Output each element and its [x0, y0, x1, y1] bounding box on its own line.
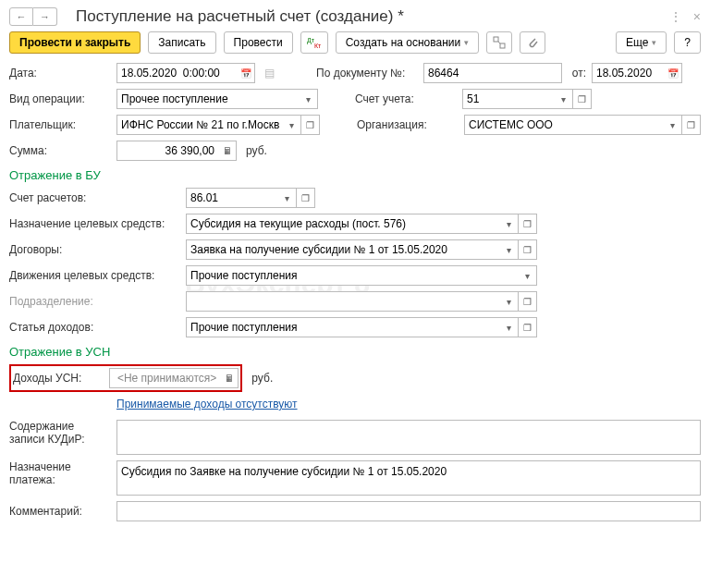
dt-kt-icon: Дт Кт [307, 36, 322, 49]
subdiv-label: Подразделение: [9, 295, 180, 308]
chevron-down-icon[interactable]: ▾ [500, 239, 519, 260]
attach-button[interactable] [520, 31, 545, 54]
movements-input[interactable] [186, 265, 519, 286]
create-based-button[interactable]: Создать на основании ▾ [336, 31, 480, 54]
calendar-icon[interactable]: 📅 [664, 63, 682, 83]
calendar-icon[interactable]: 📅 [237, 63, 255, 83]
open-icon[interactable]: ❐ [682, 115, 701, 135]
open-icon[interactable]: ❐ [301, 115, 320, 135]
kudir-label: Содержание записи КУДиР: [9, 420, 111, 446]
subdiv-input[interactable] [186, 291, 500, 312]
open-icon[interactable]: ❐ [519, 291, 537, 312]
payer-label: Плательщик: [9, 118, 111, 131]
account-label: Счет учета: [355, 92, 457, 105]
settle-label: Счет расчетов: [9, 191, 180, 204]
related-button[interactable] [486, 31, 512, 54]
date-label: Дата: [9, 67, 111, 80]
comment-input[interactable] [116, 501, 701, 521]
page-title: Поступление на расчетный счет (создание)… [76, 7, 669, 26]
chevron-down-icon[interactable]: ▾ [664, 115, 682, 135]
payer-input[interactable] [116, 115, 283, 135]
usn-income-label: Доходы УСН: [13, 372, 81, 385]
chevron-down-icon[interactable]: ▾ [500, 291, 519, 312]
purpose-label: Назначение целевых средств: [9, 217, 180, 230]
calc-icon[interactable]: 🖩 [220, 368, 239, 388]
kudir-textarea[interactable] [116, 420, 701, 455]
chevron-down-icon[interactable]: ▾ [283, 115, 301, 135]
open-icon[interactable]: ❐ [519, 214, 537, 234]
account-input[interactable] [462, 89, 555, 109]
sum-label: Сумма: [9, 144, 111, 157]
post-and-close-button[interactable]: Провести и закрыть [9, 31, 141, 54]
nav-back-button[interactable]: ← [9, 7, 33, 26]
movements-label: Движения целевых средств: [9, 269, 180, 282]
usn-income-input[interactable] [109, 368, 220, 388]
open-icon[interactable]: ❐ [297, 188, 315, 208]
related-icon [493, 36, 506, 49]
docnum-input[interactable] [423, 63, 562, 83]
docnum-label: По документу №: [316, 67, 418, 80]
usn-currency: руб. [251, 372, 273, 385]
optype-label: Вид операции: [9, 92, 111, 105]
contracts-input[interactable] [186, 239, 500, 260]
open-icon[interactable]: ❐ [519, 317, 537, 337]
svg-rect-3 [500, 43, 505, 48]
svg-line-4 [498, 42, 500, 43]
help-button[interactable]: ? [674, 31, 701, 54]
chevron-down-icon[interactable]: ▾ [300, 89, 318, 109]
income-item-input[interactable] [186, 317, 500, 337]
open-icon[interactable]: ❐ [573, 89, 592, 109]
more-button[interactable]: Еще ▾ [616, 31, 667, 54]
nav-forward-button[interactable]: → [33, 7, 57, 26]
from-label: от: [568, 67, 586, 80]
chevron-down-icon[interactable]: ▾ [278, 188, 297, 208]
chevron-down-icon[interactable]: ▾ [500, 317, 519, 337]
open-icon[interactable]: ❐ [519, 239, 537, 260]
doc-mode-icon[interactable]: ▤ [261, 67, 277, 80]
payment-textarea[interactable] [116, 460, 701, 496]
sum-input[interactable] [116, 141, 218, 161]
org-input[interactable] [464, 115, 664, 135]
chevron-down-icon: ▾ [652, 38, 656, 47]
usn-section-title: Отражение в УСН [9, 345, 701, 359]
date-input[interactable] [116, 63, 237, 83]
calc-icon[interactable]: 🖩 [218, 141, 237, 161]
from-date-input[interactable] [592, 63, 664, 83]
menu-icon[interactable]: ⋮ [669, 9, 682, 24]
close-icon[interactable]: × [693, 9, 701, 24]
payment-label: Назначение платежа: [9, 460, 111, 486]
comment-label: Комментарий: [9, 505, 111, 518]
org-label: Организация: [357, 118, 459, 131]
currency-label: руб. [246, 144, 267, 157]
chevron-down-icon[interactable]: ▾ [519, 265, 537, 286]
purpose-input[interactable] [186, 214, 500, 234]
chevron-down-icon[interactable]: ▾ [555, 89, 573, 109]
save-button[interactable]: Записать [148, 31, 215, 54]
dt-kt-button[interactable]: Дт Кт [300, 31, 328, 54]
attach-icon [526, 36, 539, 49]
svg-text:Кт: Кт [314, 43, 322, 49]
optype-input[interactable] [116, 89, 300, 109]
settle-input[interactable] [186, 188, 278, 208]
chevron-down-icon: ▾ [464, 38, 469, 47]
svg-rect-2 [494, 37, 498, 42]
contracts-label: Договоры: [9, 243, 180, 256]
bu-section-title: Отражение в БУ [9, 168, 701, 182]
post-button[interactable]: Провести [224, 31, 293, 54]
income-item-label: Статья доходов: [9, 321, 180, 334]
usn-note-link[interactable]: Принимаемые доходы отсутствуют [116, 398, 298, 410]
chevron-down-icon[interactable]: ▾ [500, 214, 519, 234]
